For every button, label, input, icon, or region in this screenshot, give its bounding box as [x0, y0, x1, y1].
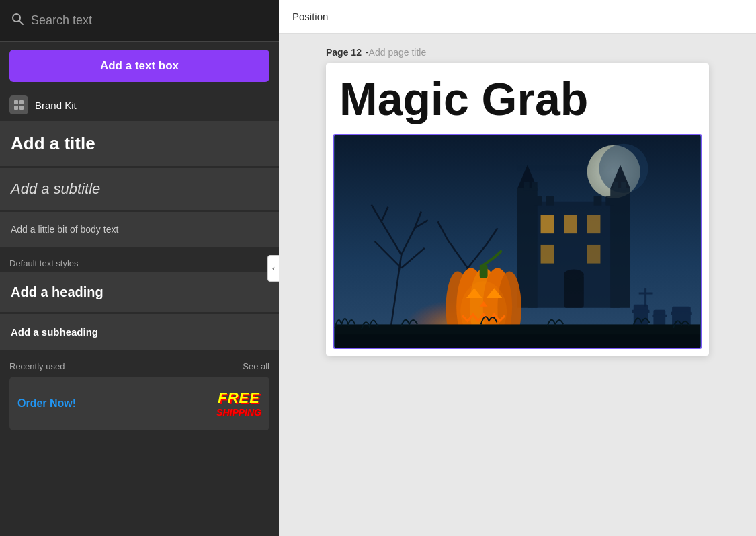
canvas-image[interactable]	[333, 134, 702, 349]
order-now-text: Order Now!	[17, 397, 76, 410]
recently-used-header: Recently used See all	[0, 352, 279, 377]
brand-kit-label: Brand Kit	[35, 100, 77, 111]
page-label-row: Page 12 - Add page title	[326, 47, 709, 58]
svg-rect-44	[632, 310, 650, 313]
default-styles-label: Default text styles	[0, 249, 279, 272]
top-bar: Position	[279, 0, 756, 34]
svg-rect-26	[546, 196, 554, 206]
see-all-button[interactable]: See all	[243, 361, 269, 371]
search-icon	[11, 12, 24, 29]
left-panel: Add a text box Brand Kit Add a title Add…	[0, 0, 279, 536]
svg-rect-46	[652, 314, 667, 317]
svg-rect-4	[14, 106, 18, 110]
scroll-area: Add a title Add a subtitle Add a little …	[0, 121, 279, 536]
svg-rect-27	[594, 196, 602, 206]
svg-line-1	[19, 21, 24, 25]
add-subtitle-item[interactable]: Add a subtitle	[0, 168, 279, 210]
add-textbox-button[interactable]: Add a text box	[9, 50, 269, 82]
free-text: FREE	[216, 389, 261, 407]
add-title-item[interactable]: Add a title	[0, 121, 279, 166]
card-right: FREE SHIPPING	[216, 389, 261, 418]
svg-rect-3	[19, 100, 24, 104]
canvas-main-title: Magic Grab	[326, 63, 709, 131]
page-title-input[interactable]: Add page title	[369, 47, 427, 58]
svg-rect-17	[517, 188, 538, 308]
search-input[interactable]	[31, 13, 268, 28]
svg-rect-11	[564, 215, 577, 233]
right-panel: Position Page 12 - Add page title Magic …	[279, 0, 756, 536]
svg-rect-5	[19, 106, 24, 110]
svg-rect-14	[587, 245, 601, 264]
search-bar	[0, 0, 279, 42]
svg-rect-23	[613, 182, 618, 191]
page-number: Page 12	[326, 47, 362, 58]
add-body-item[interactable]: Add a little bit of body text	[0, 212, 279, 247]
svg-point-16	[564, 269, 584, 280]
svg-rect-13	[541, 245, 554, 264]
svg-rect-22	[532, 182, 538, 191]
canvas-area: Page 12 - Add page title Magic Grab	[279, 34, 756, 536]
svg-rect-60	[480, 264, 488, 278]
svg-rect-25	[534, 196, 542, 206]
svg-rect-21	[524, 182, 530, 191]
svg-rect-24	[621, 182, 626, 191]
shipping-text: SHIPPING	[216, 407, 261, 418]
add-subheading-item[interactable]: Add a subheading	[0, 314, 279, 350]
svg-rect-2	[14, 100, 18, 104]
svg-rect-19	[610, 188, 630, 308]
add-heading-item[interactable]: Add a heading	[0, 272, 279, 312]
card-left: Order Now!	[17, 397, 76, 410]
brand-kit-row[interactable]: Brand Kit	[0, 90, 279, 121]
svg-rect-48	[671, 311, 692, 315]
recently-used-card[interactable]: Order Now! FREE SHIPPING	[9, 377, 269, 430]
brand-kit-icon	[9, 95, 28, 114]
recently-used-label: Recently used	[9, 361, 65, 371]
svg-rect-12	[587, 215, 601, 233]
halloween-illustration	[334, 135, 701, 348]
collapse-button[interactable]: ‹	[267, 255, 279, 282]
svg-rect-66	[335, 334, 700, 348]
svg-rect-28	[605, 196, 614, 206]
position-label: Position	[292, 11, 328, 22]
svg-rect-10	[541, 215, 554, 233]
canvas: Magic Grab	[326, 63, 709, 356]
